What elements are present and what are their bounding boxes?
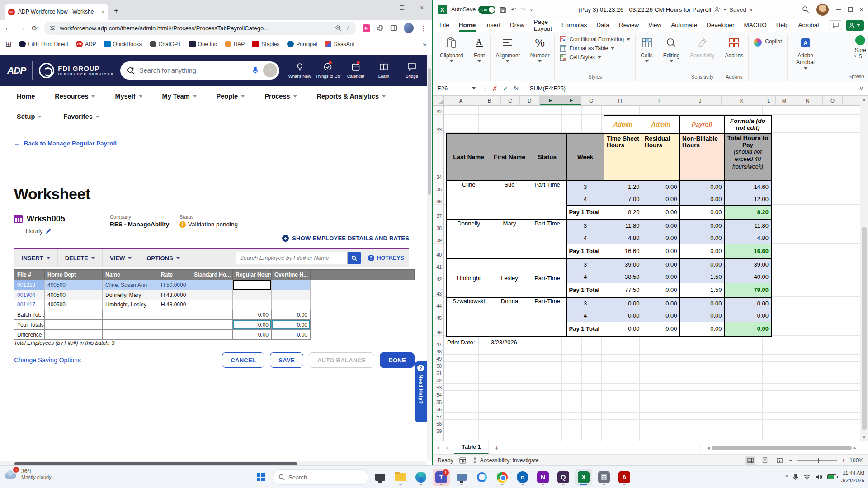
ribbon-cells[interactable]: Cells <box>635 34 658 81</box>
side-panel-icon[interactable] <box>390 24 397 32</box>
bookmark-star-icon[interactable]: ☆ <box>345 25 351 32</box>
col-standard-hours[interactable]: Standard Ho... <box>191 270 233 280</box>
back-icon[interactable]: ← <box>5 24 12 32</box>
pay-grand-total[interactable]: 79.00 <box>724 283 771 297</box>
autosave-control[interactable]: AutoSave On <box>451 6 495 14</box>
non-billable-cell[interactable]: 1.50 <box>679 271 724 283</box>
header-total-hours[interactable]: Total Hours to Pay(should not exceed 40 … <box>724 133 771 181</box>
row-number[interactable]: 38 <box>433 219 443 231</box>
quick-access-chevron-icon[interactable]: ∨ <box>530 7 533 12</box>
scrollbar-thumb[interactable] <box>14 462 297 465</box>
pay-total-label[interactable]: Pay 1 Total <box>566 283 604 297</box>
row-number[interactable]: 36 <box>433 192 443 205</box>
owner-label-admin[interactable]: Admin <box>642 115 679 133</box>
total-hours-cell[interactable]: 40.00 <box>724 271 771 283</box>
undo-icon[interactable]: ↶ <box>511 6 516 13</box>
scrollbar-thumb[interactable] <box>862 227 867 430</box>
row-number[interactable]: 35 <box>433 180 443 192</box>
row-number[interactable]: 57 <box>433 413 443 420</box>
confirm-entry-icon[interactable]: ✓ <box>500 85 510 92</box>
row-number[interactable]: 33 <box>433 115 443 133</box>
save-icon[interactable] <box>500 6 507 13</box>
time-sheet-hours-cell[interactable]: 38.50 <box>604 271 642 283</box>
your-regular-total[interactable]: 0.00 <box>233 320 272 330</box>
maximize-button[interactable] <box>848 7 853 12</box>
need-help-tab[interactable]: ? Need Help? <box>415 361 427 422</box>
total-hours-cell[interactable]: 11.80 <box>724 220 771 232</box>
tab-close-icon[interactable]: × <box>101 9 105 15</box>
microphone-icon[interactable] <box>252 66 259 75</box>
share-button[interactable] <box>846 20 864 31</box>
nav-my-team[interactable]: My Team <box>155 93 204 100</box>
minimize-button[interactable] <box>836 9 841 10</box>
row-number[interactable]: 50 <box>433 362 443 369</box>
minimize-button[interactable] <box>372 0 392 15</box>
week-cell[interactable]: 3 <box>566 220 604 232</box>
tab-automate[interactable]: Automate <box>671 19 697 32</box>
zoom-slider[interactable] <box>797 460 837 461</box>
ribbon-cut-group[interactable]: Spre S <box>855 35 866 60</box>
column-header[interactable]: G <box>581 96 601 105</box>
first-name-cell[interactable]: Sue <box>491 181 528 220</box>
pay-time-sheet-total[interactable]: 16.60 <box>604 244 642 258</box>
residual-hours-cell[interactable]: 0.00 <box>642 232 679 244</box>
total-hours-cell[interactable]: 12.00 <box>724 193 771 205</box>
ribbon-editing[interactable]: Editing <box>658 34 685 81</box>
time-sheet-hours-cell[interactable]: 4.80 <box>604 232 642 244</box>
grid-row-selected[interactable]: 001218 400500 Cline, Susan Ann H 50.0000 <box>14 280 415 290</box>
maximize-button[interactable] <box>392 0 412 15</box>
pay-residual-total[interactable]: 0.00 <box>642 283 679 297</box>
row-number[interactable]: 43 <box>433 282 443 297</box>
col-home-dept[interactable]: Home Dept <box>45 270 103 280</box>
extensions-puzzle-icon[interactable] <box>377 24 384 32</box>
nav-people[interactable]: People <box>209 93 253 100</box>
first-name-cell[interactable]: Mary <box>491 220 528 258</box>
scroll-down-icon[interactable]: ▼ <box>860 434 868 441</box>
regular-hours-cell[interactable] <box>233 290 272 300</box>
profile-avatar[interactable] <box>404 23 414 33</box>
file-number[interactable]: 001417 <box>14 300 45 310</box>
employee-name[interactable]: Limbright, Lesley <box>103 300 158 310</box>
last-name-cell[interactable]: Cline <box>446 181 491 220</box>
nav-resources[interactable]: Resources <box>47 93 103 100</box>
reload-icon[interactable]: ⟳ <box>32 24 38 33</box>
search-icon[interactable] <box>802 6 809 13</box>
file-number[interactable]: 001218 <box>14 280 45 290</box>
pay-time-sheet-total[interactable]: 77.50 <box>604 283 642 297</box>
bookmark-staples[interactable]: Staples <box>252 41 279 47</box>
scrollbar-thumb[interactable] <box>712 446 852 450</box>
row-number[interactable]: 34 <box>433 133 443 180</box>
page-layout-view-icon[interactable] <box>760 456 770 465</box>
row-number[interactable]: 54 <box>433 391 443 398</box>
overtime-cell[interactable] <box>272 290 311 300</box>
things-to-do-button[interactable]: Things to Do <box>315 62 340 79</box>
column-header[interactable]: O <box>823 96 843 105</box>
conditional-formatting-button[interactable]: Conditional Formatting <box>560 36 630 42</box>
regular-hours-cell[interactable] <box>233 300 272 310</box>
column-header-selected[interactable]: F <box>561 96 581 105</box>
week-cell[interactable]: 3 <box>566 181 604 193</box>
week-cell[interactable]: 3 <box>566 297 604 310</box>
rate[interactable]: H 43.0000 <box>158 290 191 300</box>
column-header[interactable]: H <box>601 96 639 105</box>
ribbon-clipboard[interactable]: Clipboard <box>435 34 468 81</box>
auto-balance-button[interactable]: AUTO BALANCE <box>309 352 374 368</box>
bookmark-saasant[interactable]: SaasAnt <box>325 41 354 47</box>
time-sheet-hours-cell[interactable]: 11.80 <box>604 220 642 232</box>
format-as-table-button[interactable]: Format as Table <box>560 45 614 52</box>
cell-styles-button[interactable]: Cell Styles <box>560 54 601 61</box>
forward-icon[interactable]: → <box>18 24 25 32</box>
address-bar[interactable]: workforcenow.adp.com/theme/admin.html#/P… <box>44 22 356 35</box>
scroll-left-icon[interactable]: ◀ <box>707 446 710 450</box>
time-sheet-hours-cell[interactable]: 7.00 <box>604 193 642 205</box>
bookmark-quickbooks[interactable]: QuickBooks <box>104 41 142 47</box>
edit-pencil-icon[interactable] <box>46 228 52 234</box>
non-billable-cell[interactable]: 0.00 <box>679 297 724 310</box>
col-rate[interactable]: Rate <box>158 270 191 280</box>
row-number[interactable]: 53 <box>433 384 443 391</box>
scroll-right-icon[interactable]: ▶ <box>854 446 856 450</box>
pay-grand-total[interactable]: 16.60 <box>724 244 771 258</box>
owner-label-payroll[interactable]: Payroll <box>679 115 724 133</box>
insert-menu[interactable]: INSERT <box>14 249 57 267</box>
tab-home[interactable]: Home <box>459 19 476 32</box>
